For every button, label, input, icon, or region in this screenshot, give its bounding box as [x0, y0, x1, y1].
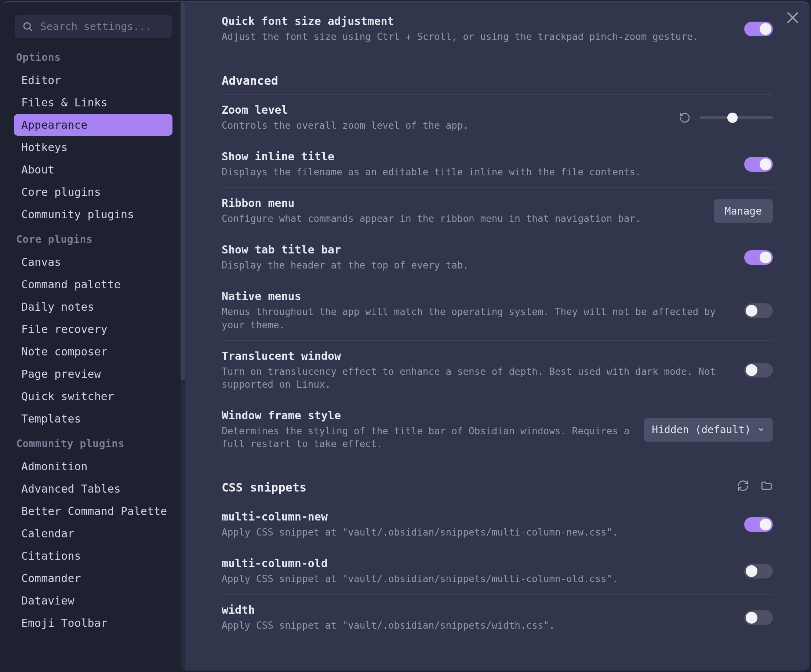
- snippet-title: multi-column-old: [222, 557, 733, 570]
- sidebar-scrollbar-track[interactable]: [181, 2, 185, 670]
- frame-dropdown[interactable]: Hidden (default): [644, 418, 773, 442]
- sidebar-section-label: Core plugins: [16, 233, 170, 245]
- sidebar-item-better-command-palette[interactable]: Better Command Palette: [14, 500, 173, 522]
- dropdown-value: Hidden (default): [652, 424, 751, 436]
- setting-row-translucent: Translucent windowTurn on translucency e…: [222, 341, 773, 400]
- snippet-title: width: [222, 603, 733, 616]
- sidebar-item-page-preview[interactable]: Page preview: [14, 363, 173, 385]
- svg-line-1: [30, 29, 32, 31]
- reset-icon[interactable]: [679, 112, 691, 124]
- sidebar-item-note-composer[interactable]: Note composer: [14, 341, 173, 362]
- setting-title: Translucent window: [222, 350, 733, 362]
- sidebar-item-quick-switcher[interactable]: Quick switcher: [14, 386, 173, 407]
- snippet-row: widthApply CSS snippet at "vault/.obsidi…: [222, 594, 773, 641]
- toggle-snippet[interactable]: [744, 517, 773, 532]
- sidebar-item-community-plugins[interactable]: Community plugins: [14, 203, 173, 225]
- chevron-down-icon: [757, 424, 765, 436]
- snippet-desc: Apply CSS snippet at "vault/.obsidian/sn…: [222, 619, 733, 632]
- ribbon-button[interactable]: Manage: [714, 199, 773, 223]
- sidebar-item-citations[interactable]: Citations: [14, 545, 173, 567]
- section-heading-css: CSS snippets: [222, 470, 773, 501]
- settings-sidebar: OptionsEditorFiles & LinksAppearanceHotk…: [2, 2, 185, 670]
- sidebar-item-files-links[interactable]: Files & Links: [14, 92, 173, 113]
- settings-modal: OptionsEditorFiles & LinksAppearanceHotk…: [2, 2, 809, 670]
- toggle-snippet[interactable]: [744, 564, 773, 579]
- search-wrap: [15, 15, 172, 38]
- sidebar-item-daily-notes[interactable]: Daily notes: [14, 296, 173, 318]
- sidebar-scrollbar-thumb[interactable]: [181, 2, 185, 380]
- settings-content: Quick font size adjustment Adjust the fo…: [185, 2, 809, 670]
- setting-title: Zoom level: [222, 103, 668, 116]
- toggle-snippet[interactable]: [744, 610, 773, 625]
- toggle-tabbar[interactable]: [744, 250, 773, 265]
- toggle-inline[interactable]: [744, 157, 773, 172]
- setting-desc: Controls the overall zoom level of the a…: [222, 119, 668, 132]
- setting-desc: Display the header at the top of every t…: [222, 259, 733, 272]
- snippet-row: multi-column-newApply CSS snippet at "va…: [222, 501, 773, 548]
- sidebar-item-appearance[interactable]: Appearance: [14, 114, 173, 136]
- toggle-native[interactable]: [744, 303, 773, 318]
- setting-desc: Determines the styling of the title bar …: [222, 425, 633, 450]
- sidebar-item-core-plugins[interactable]: Core plugins: [14, 181, 173, 203]
- sidebar-item-dataview[interactable]: Dataview: [14, 590, 173, 611]
- search-icon: [22, 21, 33, 32]
- snippet-title: multi-column-new: [222, 510, 733, 523]
- search-input[interactable]: [15, 15, 172, 38]
- setting-row-ribbon: Ribbon menuConfigure what commands appea…: [222, 188, 773, 234]
- zoom-slider[interactable]: [699, 116, 773, 119]
- toggle-quick-font[interactable]: [744, 22, 773, 36]
- setting-title: Quick font size adjustment: [222, 15, 733, 27]
- refresh-icon[interactable]: [737, 479, 749, 492]
- setting-row-quick-font: Quick font size adjustment Adjust the fo…: [222, 6, 773, 52]
- sidebar-item-emoji-toolbar[interactable]: Emoji Toolbar: [14, 612, 173, 634]
- setting-desc: Configure what commands appear in the ri…: [222, 212, 703, 225]
- setting-desc: Menus throughout the app will match the …: [222, 306, 733, 331]
- snippet-row: multi-column-oldApply CSS snippet at "va…: [222, 548, 773, 594]
- setting-desc: Adjust the font size using Ctrl + Scroll…: [222, 30, 733, 43]
- sidebar-item-commander[interactable]: Commander: [14, 567, 173, 589]
- sidebar-section-label: Options: [16, 51, 170, 63]
- setting-title: Show inline title: [222, 150, 733, 163]
- snippet-desc: Apply CSS snippet at "vault/.obsidian/sn…: [222, 572, 733, 586]
- sidebar-item-canvas[interactable]: Canvas: [14, 251, 173, 273]
- toggle-translucent[interactable]: [744, 363, 773, 377]
- setting-row-tabbar: Show tab title barDisplay the header at …: [222, 234, 773, 281]
- setting-title: Native menus: [222, 290, 733, 303]
- setting-row-frame: Window frame styleDetermines the styling…: [222, 400, 773, 459]
- slider-thumb[interactable]: [727, 113, 738, 123]
- sidebar-item-editor[interactable]: Editor: [14, 69, 173, 91]
- setting-title: Window frame style: [222, 409, 633, 422]
- sidebar-item-about[interactable]: About: [14, 159, 173, 181]
- setting-desc: Turn on translucency effect to enhance a…: [222, 366, 733, 391]
- settings-main: Quick font size adjustment Adjust the fo…: [185, 2, 809, 670]
- folder-icon[interactable]: [760, 479, 773, 492]
- sidebar-item-advanced-tables[interactable]: Advanced Tables: [14, 478, 173, 499]
- setting-row-zoom: Zoom levelControls the overall zoom leve…: [222, 95, 773, 141]
- setting-title: Show tab title bar: [222, 243, 733, 256]
- snippet-desc: Apply CSS snippet at "vault/.obsidian/sn…: [222, 526, 733, 539]
- sidebar-item-command-palette[interactable]: Command palette: [14, 274, 173, 295]
- section-title: CSS snippets: [222, 470, 306, 501]
- section-title: Advanced: [222, 63, 278, 94]
- setting-row-native: Native menusMenus throughout the app wil…: [222, 281, 773, 340]
- close-icon[interactable]: [785, 10, 801, 26]
- section-heading-advanced: Advanced: [222, 63, 773, 95]
- setting-row-inline: Show inline titleDisplays the filename a…: [222, 141, 773, 188]
- sidebar-item-hotkeys[interactable]: Hotkeys: [14, 137, 173, 158]
- sidebar-item-templates[interactable]: Templates: [14, 408, 173, 430]
- sidebar-item-admonition[interactable]: Admonition: [14, 455, 173, 477]
- setting-desc: Displays the filename as an editable tit…: [222, 166, 733, 179]
- sidebar-section-label: Community plugins: [16, 438, 170, 450]
- sidebar-item-calendar[interactable]: Calendar: [14, 523, 173, 544]
- setting-title: Ribbon menu: [222, 196, 703, 210]
- sidebar-item-file-recovery[interactable]: File recovery: [14, 318, 173, 340]
